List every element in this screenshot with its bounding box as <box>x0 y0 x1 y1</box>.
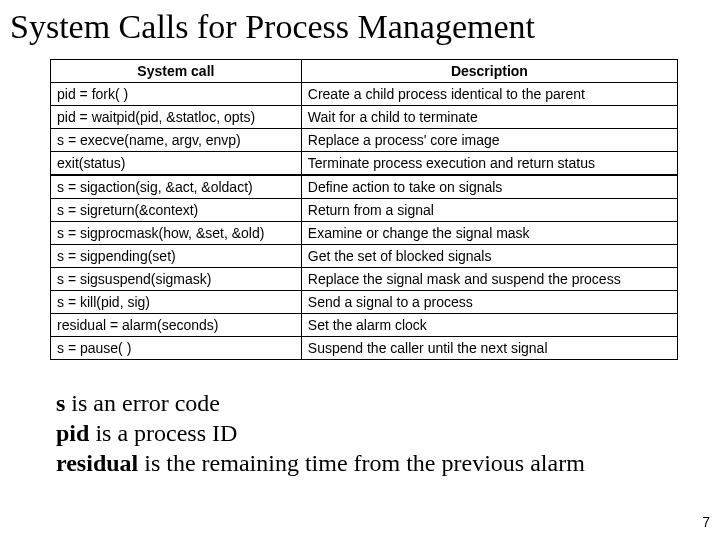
cell-desc: Terminate process execution and return s… <box>301 152 677 176</box>
col-header-call: System call <box>51 60 302 83</box>
cell-call: pid = fork( ) <box>51 83 302 106</box>
page-number: 7 <box>702 514 710 530</box>
note-line: residual is the remaining time from the … <box>56 448 710 478</box>
table-row: residual = alarm(seconds) Set the alarm … <box>51 314 678 337</box>
note-text: is an error code <box>65 390 220 416</box>
table-row: s = sigpending(set) Get the set of block… <box>51 245 678 268</box>
cell-call: s = pause( ) <box>51 337 302 360</box>
cell-desc: Wait for a child to terminate <box>301 106 677 129</box>
cell-call: exit(status) <box>51 152 302 176</box>
syscall-table-wrap: System call Description pid = fork( ) Cr… <box>50 59 678 360</box>
cell-call: s = sigpending(set) <box>51 245 302 268</box>
note-line: pid is a process ID <box>56 418 710 448</box>
note-term-pid: pid <box>56 420 89 446</box>
cell-desc: Return from a signal <box>301 199 677 222</box>
note-term-s: s <box>56 390 65 416</box>
cell-call: s = sigsuspend(sigmask) <box>51 268 302 291</box>
cell-call: residual = alarm(seconds) <box>51 314 302 337</box>
note-text: is a process ID <box>89 420 237 446</box>
cell-desc: Create a child process identical to the … <box>301 83 677 106</box>
table-header-row: System call Description <box>51 60 678 83</box>
table-row: s = execve(name, argv, envp) Replace a p… <box>51 129 678 152</box>
table-row: s = sigprocmask(how, &set, &old) Examine… <box>51 222 678 245</box>
cell-desc: Suspend the caller until the next signal <box>301 337 677 360</box>
note-term-residual: residual <box>56 450 138 476</box>
cell-desc: Send a signal to a process <box>301 291 677 314</box>
note-text: is the remaining time from the previous … <box>138 450 585 476</box>
table-row: s = sigreturn(&context) Return from a si… <box>51 199 678 222</box>
cell-desc: Get the set of blocked signals <box>301 245 677 268</box>
cell-call: s = sigprocmask(how, &set, &old) <box>51 222 302 245</box>
table-row: s = pause( ) Suspend the caller until th… <box>51 337 678 360</box>
cell-call: pid = waitpid(pid, &statloc, opts) <box>51 106 302 129</box>
cell-desc: Replace the signal mask and suspend the … <box>301 268 677 291</box>
cell-call: s = sigaction(sig, &act, &oldact) <box>51 175 302 199</box>
cell-call: s = execve(name, argv, envp) <box>51 129 302 152</box>
cell-desc: Replace a process' core image <box>301 129 677 152</box>
col-header-desc: Description <box>301 60 677 83</box>
table-row: s = sigsuspend(sigmask) Replace the sign… <box>51 268 678 291</box>
cell-call: s = sigreturn(&context) <box>51 199 302 222</box>
cell-desc: Set the alarm clock <box>301 314 677 337</box>
table-row: s = sigaction(sig, &act, &oldact) Define… <box>51 175 678 199</box>
table-row: pid = waitpid(pid, &statloc, opts) Wait … <box>51 106 678 129</box>
cell-call: s = kill(pid, sig) <box>51 291 302 314</box>
slide: System Calls for Process Management Syst… <box>0 0 720 540</box>
table-row: s = kill(pid, sig) Send a signal to a pr… <box>51 291 678 314</box>
table-row: pid = fork( ) Create a child process ide… <box>51 83 678 106</box>
cell-desc: Examine or change the signal mask <box>301 222 677 245</box>
page-title: System Calls for Process Management <box>10 8 710 45</box>
syscall-table: System call Description pid = fork( ) Cr… <box>50 59 678 360</box>
table-row: exit(status) Terminate process execution… <box>51 152 678 176</box>
cell-desc: Define action to take on signals <box>301 175 677 199</box>
legend-notes: s is an error code pid is a process ID r… <box>56 388 710 478</box>
note-line: s is an error code <box>56 388 710 418</box>
